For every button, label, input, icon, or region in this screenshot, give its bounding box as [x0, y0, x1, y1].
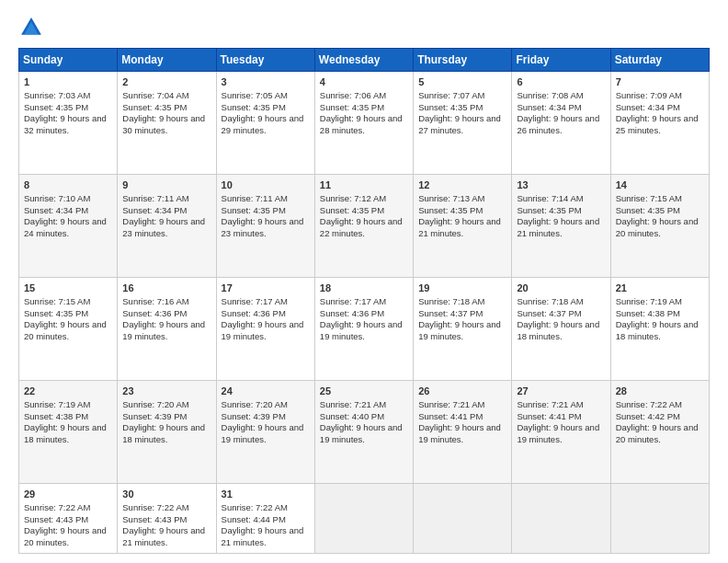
- day-number: 23: [122, 385, 210, 398]
- day-cell: 20Sunrise: 7:18 AMSunset: 4:37 PMDayligh…: [512, 277, 610, 380]
- day-number: 29: [24, 488, 112, 501]
- column-headers: SundayMondayTuesdayWednesdayThursdayFrid…: [19, 49, 710, 72]
- day-cell: 4Sunrise: 7:06 AMSunset: 4:35 PMDaylight…: [314, 72, 413, 175]
- day-cell: [610, 483, 709, 553]
- day-cell: 2Sunrise: 7:04 AMSunset: 4:35 PMDaylight…: [118, 72, 216, 175]
- day-number: 8: [24, 178, 112, 192]
- day-number: 25: [320, 385, 408, 398]
- day-number: 31: [222, 488, 310, 501]
- day-cell: 19Sunrise: 7:18 AMSunset: 4:37 PMDayligh…: [414, 277, 512, 380]
- col-header-sunday: Sunday: [19, 49, 118, 72]
- day-cell: 25Sunrise: 7:21 AMSunset: 4:40 PMDayligh…: [314, 380, 413, 483]
- week-row-4: 22Sunrise: 7:19 AMSunset: 4:38 PMDayligh…: [19, 380, 710, 483]
- header: [18, 15, 710, 40]
- day-cell: [314, 483, 413, 553]
- day-number: 7: [616, 75, 704, 89]
- day-number: 2: [122, 75, 210, 89]
- day-cell: 8Sunrise: 7:10 AMSunset: 4:34 PMDaylight…: [19, 174, 118, 277]
- day-number: 16: [122, 282, 210, 295]
- day-cell: 27Sunrise: 7:21 AMSunset: 4:41 PMDayligh…: [512, 380, 610, 483]
- day-number: 22: [24, 385, 112, 398]
- day-cell: 30Sunrise: 7:22 AMSunset: 4:43 PMDayligh…: [118, 483, 216, 553]
- day-number: 15: [24, 282, 112, 295]
- day-number: 19: [418, 282, 506, 295]
- day-cell: 1Sunrise: 7:03 AMSunset: 4:35 PMDaylight…: [19, 72, 118, 175]
- day-number: 9: [122, 178, 210, 192]
- day-cell: 10Sunrise: 7:11 AMSunset: 4:35 PMDayligh…: [216, 174, 314, 277]
- day-number: 26: [418, 385, 506, 398]
- week-row-5: 29Sunrise: 7:22 AMSunset: 4:43 PMDayligh…: [19, 483, 710, 553]
- day-cell: 29Sunrise: 7:22 AMSunset: 4:43 PMDayligh…: [19, 483, 118, 553]
- day-number: 20: [517, 282, 605, 295]
- day-number: 14: [616, 178, 704, 192]
- week-row-3: 15Sunrise: 7:15 AMSunset: 4:35 PMDayligh…: [19, 277, 710, 380]
- day-number: 18: [320, 282, 408, 295]
- page: SundayMondayTuesdayWednesdayThursdayFrid…: [0, 0, 728, 563]
- day-number: 12: [418, 178, 506, 192]
- day-number: 10: [222, 178, 310, 192]
- day-cell: 24Sunrise: 7:20 AMSunset: 4:39 PMDayligh…: [216, 380, 314, 483]
- day-cell: 6Sunrise: 7:08 AMSunset: 4:34 PMDaylight…: [512, 72, 610, 175]
- day-number: 5: [418, 75, 506, 89]
- day-cell: 13Sunrise: 7:14 AMSunset: 4:35 PMDayligh…: [512, 174, 610, 277]
- day-number: 1: [24, 75, 112, 89]
- day-cell: 26Sunrise: 7:21 AMSunset: 4:41 PMDayligh…: [414, 380, 512, 483]
- day-cell: [414, 483, 512, 553]
- day-number: 13: [517, 178, 605, 192]
- day-cell: 31Sunrise: 7:22 AMSunset: 4:44 PMDayligh…: [216, 483, 314, 553]
- day-number: 4: [320, 75, 408, 89]
- day-number: 28: [616, 385, 704, 398]
- day-number: 17: [222, 282, 310, 295]
- col-header-thursday: Thursday: [414, 49, 512, 72]
- day-cell: 23Sunrise: 7:20 AMSunset: 4:39 PMDayligh…: [118, 380, 216, 483]
- day-cell: 22Sunrise: 7:19 AMSunset: 4:38 PMDayligh…: [19, 380, 118, 483]
- logo: [18, 15, 48, 40]
- day-cell: 21Sunrise: 7:19 AMSunset: 4:38 PMDayligh…: [610, 277, 709, 380]
- col-header-saturday: Saturday: [610, 49, 709, 72]
- day-number: 24: [222, 385, 310, 398]
- day-cell: [512, 483, 610, 553]
- day-number: 3: [222, 75, 310, 89]
- day-number: 27: [517, 385, 605, 398]
- day-cell: 15Sunrise: 7:15 AMSunset: 4:35 PMDayligh…: [19, 277, 118, 380]
- col-header-wednesday: Wednesday: [314, 49, 413, 72]
- day-cell: 18Sunrise: 7:17 AMSunset: 4:36 PMDayligh…: [314, 277, 413, 380]
- day-cell: 7Sunrise: 7:09 AMSunset: 4:34 PMDaylight…: [610, 72, 709, 175]
- day-number: 11: [320, 178, 408, 192]
- day-cell: 17Sunrise: 7:17 AMSunset: 4:36 PMDayligh…: [216, 277, 314, 380]
- col-header-tuesday: Tuesday: [216, 49, 314, 72]
- calendar-body: 1Sunrise: 7:03 AMSunset: 4:35 PMDaylight…: [19, 72, 710, 554]
- day-cell: 28Sunrise: 7:22 AMSunset: 4:42 PMDayligh…: [610, 380, 709, 483]
- day-cell: 12Sunrise: 7:13 AMSunset: 4:35 PMDayligh…: [414, 174, 512, 277]
- day-cell: 14Sunrise: 7:15 AMSunset: 4:35 PMDayligh…: [610, 174, 709, 277]
- day-cell: 11Sunrise: 7:12 AMSunset: 4:35 PMDayligh…: [314, 174, 413, 277]
- col-header-monday: Monday: [118, 49, 216, 72]
- col-header-friday: Friday: [512, 49, 610, 72]
- day-number: 30: [122, 488, 210, 501]
- day-cell: 9Sunrise: 7:11 AMSunset: 4:34 PMDaylight…: [118, 174, 216, 277]
- day-cell: 16Sunrise: 7:16 AMSunset: 4:36 PMDayligh…: [118, 277, 216, 380]
- day-cell: 3Sunrise: 7:05 AMSunset: 4:35 PMDaylight…: [216, 72, 314, 175]
- day-number: 21: [616, 282, 704, 295]
- day-number: 6: [517, 75, 605, 89]
- logo-icon: [18, 15, 44, 40]
- day-cell: 5Sunrise: 7:07 AMSunset: 4:35 PMDaylight…: [414, 72, 512, 175]
- calendar-table: SundayMondayTuesdayWednesdayThursdayFrid…: [18, 48, 710, 554]
- week-row-1: 1Sunrise: 7:03 AMSunset: 4:35 PMDaylight…: [19, 72, 710, 175]
- week-row-2: 8Sunrise: 7:10 AMSunset: 4:34 PMDaylight…: [19, 174, 710, 277]
